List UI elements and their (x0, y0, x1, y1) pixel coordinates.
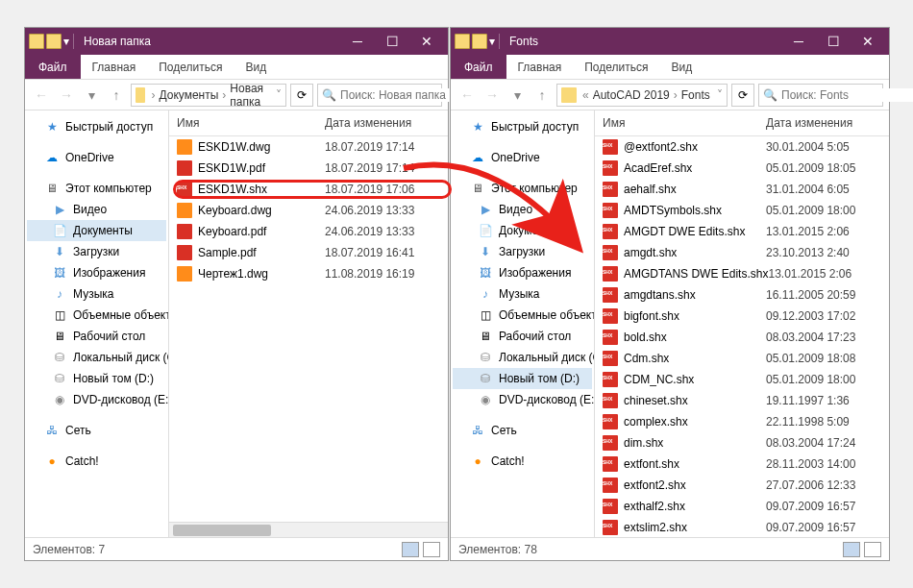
nav-catch[interactable]: ●Catch! (27, 451, 166, 472)
nav-catch[interactable]: ●Catch! (453, 451, 592, 472)
recent-button[interactable]: ▾ (506, 85, 528, 106)
chevron-right-icon[interactable]: › (672, 88, 679, 102)
view-icons-button[interactable] (864, 542, 881, 557)
back-button[interactable]: ← (31, 85, 52, 106)
nav-onedrive[interactable]: ☁OneDrive (453, 147, 592, 168)
col-date[interactable]: Дата изменения (766, 116, 881, 130)
crumb-documents[interactable]: Документы (157, 88, 220, 102)
navigation-pane[interactable]: ★Быстрый доступ ☁OneDrive 🖥Этот компьюте… (451, 110, 595, 537)
nav-documents[interactable]: 📄Документы (453, 220, 592, 241)
chevron-right-icon[interactable]: › (149, 88, 157, 102)
forward-button[interactable]: → (56, 85, 77, 106)
titlebar[interactable]: ▾ Fonts ─ ☐ ✕ (451, 28, 889, 55)
scrollbar-horizontal[interactable] (169, 522, 448, 537)
view-details-button[interactable] (402, 542, 419, 557)
tab-home[interactable]: Главная (81, 57, 148, 78)
file-row[interactable]: @extfont2.shx30.01.2004 5:05 (595, 136, 889, 158)
chevron-left-icon[interactable]: « (580, 88, 591, 102)
file-row[interactable]: extfont2.shx27.07.2006 12:33 (595, 475, 889, 496)
file-row[interactable]: ESKD1W.shx18.07.2019 17:06 (169, 179, 448, 200)
nav-pictures[interactable]: 🖼Изображения (453, 262, 592, 283)
nav-downloads[interactable]: ⬇Загрузки (27, 241, 166, 262)
minimize-button[interactable]: ─ (781, 28, 816, 55)
file-row[interactable]: AMDTSymbols.shx05.01.2009 18:00 (595, 200, 889, 221)
search-input[interactable] (781, 88, 913, 102)
file-row[interactable]: complex.shx22.11.1998 5:09 (595, 411, 889, 432)
nav-disk-d[interactable]: ⛁Новый том (D:) (453, 368, 592, 389)
up-button[interactable]: ↑ (106, 85, 127, 106)
file-row[interactable]: ESKD1W.dwg18.07.2019 17:14 (169, 136, 448, 158)
back-button[interactable]: ← (456, 85, 478, 106)
scroll-thumb[interactable] (173, 525, 271, 536)
crumb-autocad[interactable]: AutoCAD 2019 (591, 88, 672, 102)
maximize-button[interactable]: ☐ (375, 28, 409, 55)
file-row[interactable]: exthalf2.shx09.07.2009 16:57 (595, 496, 889, 517)
nav-music[interactable]: ♪Музыка (27, 283, 166, 305)
nav-quick-access[interactable]: ★Быстрый доступ (27, 116, 166, 137)
nav-dvd[interactable]: ◉DVD-дисковод (E:) (27, 389, 166, 410)
qat-dropdown-icon[interactable]: ▾ (489, 35, 495, 48)
tab-home[interactable]: Главная (506, 57, 574, 78)
file-list[interactable]: ESKD1W.dwg18.07.2019 17:14ESKD1W.pdf18.0… (169, 136, 448, 522)
forward-button[interactable]: → (481, 85, 503, 106)
tab-share[interactable]: Поделиться (147, 57, 234, 78)
nav-quick-access[interactable]: ★Быстрый доступ (453, 116, 592, 137)
crumb-fonts[interactable]: Fonts (679, 88, 712, 102)
file-row[interactable]: amgdt.shx23.10.2013 2:40 (595, 242, 889, 263)
file-row[interactable]: AMGDT DWE Edits.shx13.01.2015 2:06 (595, 221, 889, 242)
tab-share[interactable]: Поделиться (573, 57, 659, 78)
file-row[interactable]: bigfont.shx09.12.2003 17:02 (595, 306, 889, 327)
tab-view[interactable]: Вид (659, 57, 703, 78)
nav-video[interactable]: ▶Видео (453, 199, 592, 220)
file-row[interactable]: extslim2.shx09.07.2009 16:57 (595, 517, 889, 537)
view-icons-button[interactable] (423, 542, 440, 557)
file-row[interactable]: CDM_NC.shx05.01.2009 18:00 (595, 369, 889, 390)
file-row[interactable]: AMGDTANS DWE Edits.shx13.01.2015 2:06 (595, 263, 889, 284)
nav-documents[interactable]: 📄Документы (27, 220, 166, 241)
close-button[interactable]: ✕ (409, 28, 444, 55)
maximize-button[interactable]: ☐ (816, 28, 851, 55)
search-box[interactable]: 🔍 (758, 84, 883, 107)
file-row[interactable]: Sample.pdf18.07.2019 16:41 (169, 242, 448, 263)
file-row[interactable]: dim.shx08.03.2004 17:24 (595, 432, 889, 453)
nav-3d-objects[interactable]: ◫Объемные объект (27, 305, 166, 326)
nav-music[interactable]: ♪Музыка (453, 283, 592, 305)
col-date[interactable]: Дата изменения (325, 116, 440, 130)
nav-disk-c[interactable]: ⛁Локальный диск (C (27, 347, 166, 368)
chevron-down-icon[interactable]: ˅ (276, 88, 282, 102)
titlebar[interactable]: ▾ Новая папка ─ ☐ ✕ (25, 28, 448, 55)
nav-network[interactable]: 🖧Сеть (453, 420, 592, 441)
file-row[interactable]: AcadEref.shx05.01.2009 18:05 (595, 158, 889, 179)
nav-desktop[interactable]: 🖥Рабочий стол (453, 326, 592, 347)
breadcrumb[interactable]: › Документы › Новая папка ˅ (131, 84, 286, 107)
refresh-button[interactable]: ⟳ (290, 84, 313, 107)
nav-dvd[interactable]: ◉DVD-дисковод (E:) (453, 389, 592, 410)
file-row[interactable]: chineset.shx19.11.1997 1:36 (595, 390, 889, 411)
col-name[interactable]: Имя (603, 116, 766, 130)
crumb-folder[interactable]: Новая папка (228, 82, 276, 109)
view-details-button[interactable] (843, 542, 860, 557)
file-row[interactable]: Чертеж1.dwg11.08.2019 16:19 (169, 263, 448, 284)
tab-view[interactable]: Вид (234, 57, 278, 78)
nav-video[interactable]: ▶Видео (27, 199, 166, 220)
nav-3d-objects[interactable]: ◫Объемные объект (453, 305, 592, 326)
file-row[interactable]: Cdm.shx05.01.2009 18:08 (595, 348, 889, 369)
file-row[interactable]: Keyboard.pdf24.06.2019 13:33 (169, 221, 448, 242)
nav-network[interactable]: 🖧Сеть (27, 420, 166, 441)
file-list[interactable]: @extfont2.shx30.01.2004 5:05AcadEref.shx… (595, 136, 889, 537)
file-row[interactable]: aehalf.shx31.01.2004 6:05 (595, 179, 889, 200)
nav-disk-c[interactable]: ⛁Локальный диск (C (453, 347, 592, 368)
up-button[interactable]: ↑ (531, 85, 553, 106)
file-row[interactable]: bold.shx08.03.2004 17:23 (595, 327, 889, 348)
qat-dropdown-icon[interactable]: ▾ (63, 35, 69, 48)
nav-onedrive[interactable]: ☁OneDrive (27, 147, 166, 168)
col-name[interactable]: Имя (177, 116, 325, 130)
breadcrumb[interactable]: « AutoCAD 2019 › Fonts ˅ (556, 84, 728, 107)
chevron-down-icon[interactable]: ˅ (717, 88, 723, 102)
nav-this-pc[interactable]: 🖥Этот компьютер (27, 178, 166, 199)
recent-button[interactable]: ▾ (81, 85, 102, 106)
navigation-pane[interactable]: ★Быстрый доступ ☁OneDrive 🖥Этот компьюте… (25, 110, 169, 537)
nav-disk-d[interactable]: ⛁Новый том (D:) (27, 368, 166, 389)
close-button[interactable]: ✕ (851, 28, 885, 55)
minimize-button[interactable]: ─ (340, 28, 375, 55)
